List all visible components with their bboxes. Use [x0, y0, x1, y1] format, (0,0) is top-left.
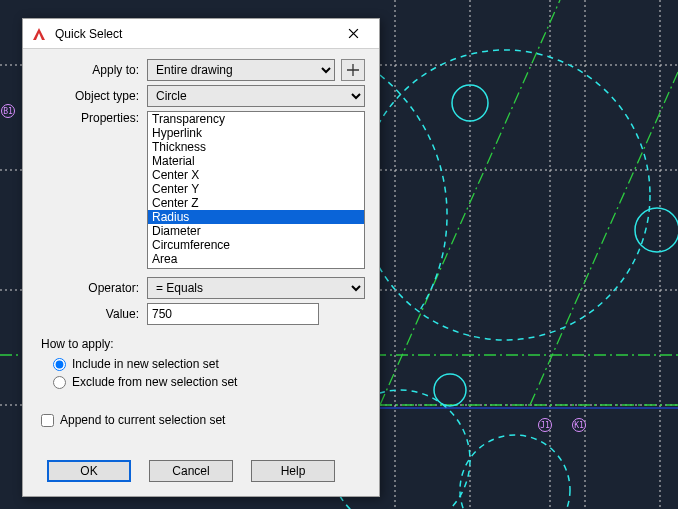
operator-label: Operator: [37, 281, 147, 295]
svg-point-17 [460, 435, 570, 509]
property-item[interactable]: Center X [148, 168, 364, 182]
how-to-apply-label: How to apply: [41, 337, 357, 351]
dialog-title: Quick Select [55, 27, 333, 41]
property-item[interactable]: Normal X [148, 266, 364, 269]
property-item[interactable]: Hyperlink [148, 126, 364, 140]
titlebar[interactable]: Quick Select [23, 19, 379, 49]
how-to-apply-group: How to apply: Include in new selection s… [37, 333, 365, 403]
exclude-radio[interactable] [53, 376, 66, 389]
node-marker: B1 [1, 104, 15, 118]
apply-to-label: Apply to: [37, 63, 147, 77]
object-type-select[interactable]: Circle [147, 85, 365, 107]
close-button[interactable] [333, 20, 373, 48]
pick-objects-button[interactable] [341, 59, 365, 81]
node-marker: J1 [538, 418, 552, 432]
append-label: Append to current selection set [60, 413, 225, 427]
help-button[interactable]: Help [251, 460, 335, 482]
cancel-button[interactable]: Cancel [149, 460, 233, 482]
property-item[interactable]: Diameter [148, 224, 364, 238]
svg-point-15 [635, 208, 678, 252]
property-item[interactable]: Area [148, 252, 364, 266]
property-item[interactable]: Circumference [148, 238, 364, 252]
properties-label: Properties: [37, 111, 147, 125]
properties-listbox[interactable]: TransparencyHyperlinkThicknessMaterialCe… [147, 111, 365, 269]
dialog-buttons: OK Cancel Help [23, 450, 379, 496]
autocad-icon [31, 26, 47, 42]
value-label: Value: [37, 307, 147, 321]
apply-to-select[interactable]: Entire drawing [147, 59, 335, 81]
include-radio-row[interactable]: Include in new selection set [53, 357, 357, 371]
append-check-row[interactable]: Append to current selection set [41, 413, 365, 427]
property-item[interactable]: Thickness [148, 140, 364, 154]
property-item[interactable]: Radius [148, 210, 364, 224]
exclude-radio-row[interactable]: Exclude from new selection set [53, 375, 357, 389]
svg-point-13 [360, 50, 650, 340]
svg-point-16 [434, 374, 466, 406]
include-label: Include in new selection set [72, 357, 219, 371]
quick-select-dialog: Quick Select Apply to: Entire drawing Ob… [22, 18, 380, 497]
operator-select[interactable]: = Equals [147, 277, 365, 299]
append-checkbox[interactable] [41, 414, 54, 427]
object-type-label: Object type: [37, 89, 147, 103]
ok-button[interactable]: OK [47, 460, 131, 482]
exclude-label: Exclude from new selection set [72, 375, 237, 389]
property-item[interactable]: Material [148, 154, 364, 168]
property-item[interactable]: Center Z [148, 196, 364, 210]
value-input[interactable] [147, 303, 319, 325]
property-item[interactable]: Center Y [148, 182, 364, 196]
include-radio[interactable] [53, 358, 66, 371]
node-marker: K1 [572, 418, 586, 432]
property-item[interactable]: Transparency [148, 112, 364, 126]
